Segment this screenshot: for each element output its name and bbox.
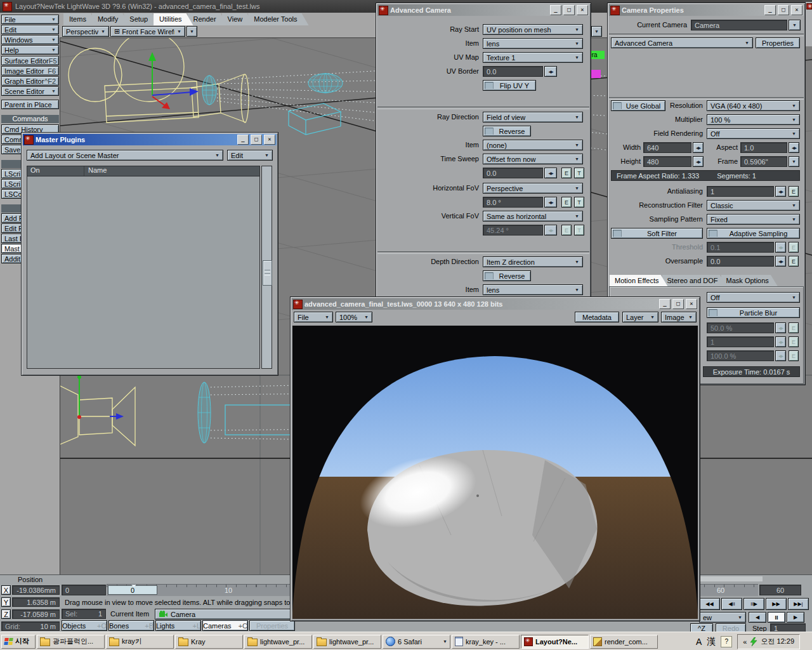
menu-help[interactable]: Help▼ xyxy=(1,45,59,55)
viewer-file-menu[interactable]: File▼ xyxy=(294,312,333,322)
close-button[interactable]: ✕ xyxy=(577,5,588,15)
prev-keyframe-button[interactable]: ◀II xyxy=(721,598,742,610)
maximize-button[interactable]: □ xyxy=(251,135,262,145)
z-axis-button[interactable]: Z xyxy=(1,609,11,619)
reconstruction-filter-select[interactable]: Classic▼ xyxy=(707,200,800,211)
taskbar-item[interactable]: 6 Safari▼ xyxy=(383,635,450,649)
play-reverse-button[interactable]: ◀ xyxy=(749,612,766,623)
menu-file[interactable]: File▼ xyxy=(1,15,59,24)
close-button[interactable]: ✕ xyxy=(791,5,802,15)
horizontal-fov-stepper[interactable]: ◀▶ xyxy=(544,197,557,208)
current-camera-field[interactable]: Camera xyxy=(691,20,787,30)
vertical-fov-select[interactable]: Same as horizontal▼ xyxy=(483,211,583,222)
maximize-button[interactable]: □ xyxy=(672,299,684,309)
lens-side-view[interactable] xyxy=(198,382,211,443)
image-viewer-title-bar[interactable]: advanced_camera_final_test.lws_0000 13 6… xyxy=(292,298,698,310)
sphere-object[interactable] xyxy=(308,74,343,93)
cameras-mode-button[interactable]: Cameras+C xyxy=(202,620,248,631)
close-button[interactable]: ✕ xyxy=(264,135,275,145)
tab-render[interactable]: Render xyxy=(188,13,228,25)
bones-mode-button[interactable]: Bones+B xyxy=(108,620,154,631)
surface-editor-button[interactable]: Surface EditorF5 xyxy=(1,56,59,65)
menu-edit[interactable]: Edit▼ xyxy=(1,25,59,34)
master-plugins-list[interactable]: On Name xyxy=(27,166,260,369)
clock[interactable]: 오전 12:29 xyxy=(761,637,794,646)
ray-start-item-select[interactable]: lens▼ xyxy=(483,38,583,49)
viewport-right-options-button[interactable]: ▼ xyxy=(591,26,602,37)
depth-direction-select[interactable]: Item Z direction▼ xyxy=(483,256,583,267)
lens-object[interactable] xyxy=(202,76,216,105)
adaptive-sampling-toggle[interactable]: Adaptive Sampling xyxy=(707,228,800,239)
uv-border-input[interactable]: 0.0 xyxy=(483,66,543,77)
scrollbar-thumb[interactable] xyxy=(263,260,272,286)
image-select[interactable]: Image▼ xyxy=(661,312,697,322)
texture-button[interactable]: T xyxy=(574,197,584,208)
play-button[interactable]: ▶ xyxy=(787,612,804,623)
ray-direction-reverse-toggle[interactable]: Reverse xyxy=(483,126,531,136)
motion-blur-select[interactable]: Off▼ xyxy=(707,292,800,303)
view-mode-select[interactable]: Perspective ▼ xyxy=(62,26,109,37)
ime-hanja-indicator[interactable]: 漢 xyxy=(707,636,716,647)
rewind-button[interactable]: ◀◀ xyxy=(699,598,720,610)
master-plugins-title-bar[interactable]: Master Plugins _ □ ✕ xyxy=(23,134,277,145)
frame-dropdown-button[interactable]: ▼ xyxy=(789,156,799,167)
minimize-button[interactable]: _ xyxy=(237,135,249,145)
timeline-slider[interactable]: 0 xyxy=(108,585,157,595)
tab-utilities[interactable]: Utilities xyxy=(154,13,193,25)
shading-mode-select[interactable]: ⊞ Front Face Wireframe ▼ xyxy=(110,26,185,37)
depth-item-select[interactable]: lens▼ xyxy=(483,284,583,295)
envelope-button[interactable]: E xyxy=(789,186,799,197)
antialiasing-stepper[interactable]: ◀▶ xyxy=(775,186,786,197)
timeline-scroll-strip[interactable] xyxy=(699,576,763,581)
objects-mode-button[interactable]: Objects+O xyxy=(62,620,107,631)
close-button[interactable]: ✕ xyxy=(686,299,697,309)
parent-in-place-button[interactable]: Parent in Place xyxy=(1,100,59,109)
viewport-options-button[interactable]: ▼ xyxy=(187,26,197,37)
next-keyframe-button[interactable]: II▶ xyxy=(743,598,764,610)
envelope-button[interactable]: E xyxy=(561,197,572,208)
image-editor-button[interactable]: Image EditorF6 xyxy=(1,66,59,76)
x-axis-button[interactable]: X xyxy=(1,585,11,595)
taskbar-item[interactable]: lightwave_pr... xyxy=(244,635,312,649)
oversample-stepper[interactable]: ◀▶ xyxy=(775,256,786,267)
scene-editor-button[interactable]: Scene Editor▼ xyxy=(1,86,59,96)
field-rendering-select[interactable]: Off▼ xyxy=(707,128,800,139)
graph-editor-button[interactable]: Graph Editor^F2 xyxy=(1,76,59,86)
end-frame-input[interactable]: 60 xyxy=(759,585,801,595)
time-sweep-input[interactable]: 0.0 xyxy=(483,168,543,178)
taskbar-item[interactable]: kray_key - ... xyxy=(452,635,520,649)
texture-button[interactable]: T xyxy=(574,168,584,178)
rendered-image[interactable] xyxy=(292,326,698,619)
height-stepper[interactable]: ◀▶ xyxy=(693,156,704,167)
taskbar-item[interactable]: kray키 xyxy=(106,635,174,649)
uv-map-select[interactable]: Texture 1▼ xyxy=(483,52,583,63)
y-axis-button[interactable]: Y xyxy=(1,597,11,607)
horizontal-fov-select[interactable]: Perspective▼ xyxy=(483,183,583,194)
width-stepper[interactable]: ◀▶ xyxy=(693,142,704,153)
taskbar-item[interactable]: Kray xyxy=(175,635,243,649)
add-master-select[interactable]: Add Layout or Scene Master ▼ xyxy=(27,150,223,161)
resolution-select[interactable]: VGA (640 x 480)▼ xyxy=(707,100,800,111)
current-frame-input[interactable]: 0 xyxy=(62,585,106,595)
preview-select[interactable]: ew ▼ xyxy=(699,612,746,623)
width-input[interactable]: 640 xyxy=(643,142,691,153)
list-scrollbar[interactable] xyxy=(261,166,272,369)
aspect-stepper[interactable]: ◀▶ xyxy=(789,142,799,153)
horizontal-fov-input[interactable]: 8.0 ° xyxy=(483,197,543,208)
camera-type-select[interactable]: Advanced Camera▼ xyxy=(611,37,753,48)
frame-input[interactable]: 0.5906" xyxy=(740,156,787,167)
depth-reverse-toggle[interactable]: Reverse xyxy=(483,270,531,281)
minimize-button[interactable]: _ xyxy=(550,5,561,15)
multiplier-select[interactable]: 100 %▼ xyxy=(707,114,800,125)
camera-properties-title-bar[interactable]: Camera Properties _ □ ✕ xyxy=(609,4,804,16)
tray-app-icon[interactable] xyxy=(750,637,757,646)
envelope-button[interactable]: E xyxy=(789,256,799,267)
time-sweep-stepper[interactable]: ◀▶ xyxy=(544,168,557,178)
uv-border-stepper[interactable]: ◀▶ xyxy=(544,66,557,77)
fast-forward-button[interactable]: ▶▶ xyxy=(766,598,787,610)
taskbar-item[interactable]: render_com... xyxy=(590,635,658,649)
minimize-button[interactable]: _ xyxy=(659,299,671,309)
properties-button[interactable]: Properties xyxy=(249,620,295,631)
start-button[interactable]: 시작 xyxy=(1,635,36,649)
viewer-zoom-select[interactable]: 100%▼ xyxy=(336,312,372,322)
